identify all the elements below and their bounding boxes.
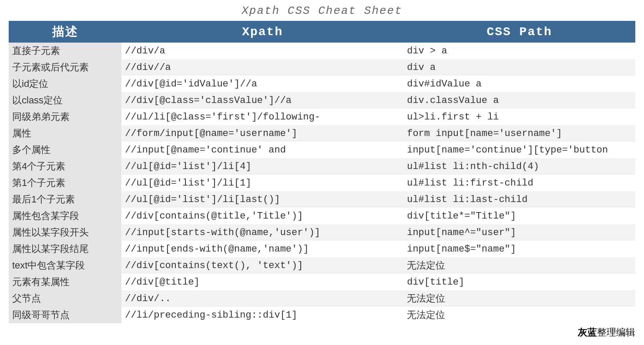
cell-xpath: //input[@name='continue' and [121,142,403,158]
cell-xpath: //div[@id='idValue']//a [121,76,403,92]
cell-xpath: //input[ends-with(@name,'name')] [121,241,403,257]
cell-xpath: //ul/li[@class='first']/following- [121,109,403,125]
cell-desc: 直接子元素 [9,43,121,59]
table-row: 同级哥哥节点//li/preceding-sibling::div[1]无法定位 [9,307,635,323]
cell-desc: 以id定位 [9,76,121,92]
cell-csspath: ul#list li:nth-child(4) [403,158,635,175]
cell-csspath: input[name^="user"] [403,224,635,241]
cell-csspath: ul#list li:last-child [403,191,635,208]
cell-xpath: //li/preceding-sibling::div[1] [121,307,403,323]
cell-csspath: ul>li.first + li [403,109,635,125]
table-row: 元素有某属性//div[@title]div[title] [9,274,635,290]
cell-csspath: input[name$="name"] [403,241,635,257]
footer-author: 灰蓝 [578,327,597,338]
cell-csspath: div.classValue a [403,92,635,109]
cell-csspath: div#idValue a [403,76,635,92]
cell-xpath: //div//a [121,59,403,76]
table-row: 多个属性//input[@name='continue' andinput[na… [9,142,635,158]
cell-csspath: div[title*="Title"] [403,208,635,224]
table-row: 直接子元素//div/adiv > a [9,43,635,59]
cell-csspath: div a [403,59,635,76]
cell-desc: 父节点 [9,290,121,307]
table-row: 属性以某字段开头//input[starts-with(@name,'user'… [9,224,635,241]
header-xpath: Xpath [121,21,403,43]
page-title: Xpath CSS Cheat Sheet [9,4,635,17]
cell-desc: text中包含某字段 [9,257,121,274]
cell-xpath: //ul[@id='list']/li[1] [121,175,403,191]
footer-credit: 灰蓝整理编辑 [9,326,635,339]
cell-desc: 以class定位 [9,92,121,109]
footer-suffix: 整理编辑 [597,327,635,338]
cell-csspath: ul#list li:first-child [403,175,635,191]
table-row: 属性包含某字段//div[contains(@title,'Title')]di… [9,208,635,224]
cell-csspath: 无法定位 [403,257,635,274]
cell-xpath: //ul[@id='list']/li[last()] [121,191,403,208]
cell-xpath: //div/.. [121,290,403,307]
cell-csspath: div[title] [403,274,635,290]
table-row: text中包含某字段//div[contains(text(), 'text')… [9,257,635,274]
table-row: 最后1个子元素//ul[@id='list']/li[last()]ul#lis… [9,191,635,208]
table-row: 父节点//div/..无法定位 [9,290,635,307]
cell-desc: 属性包含某字段 [9,208,121,224]
table-row: 以class定位//div[@class='classValue']//adiv… [9,92,635,109]
cell-desc: 属性以某字段结尾 [9,241,121,257]
cell-desc: 属性以某字段开头 [9,224,121,241]
cheatsheet-table: 描述 Xpath CSS Path 直接子元素//div/adiv > a子元素… [9,21,635,323]
table-row: 以id定位//div[@id='idValue']//adiv#idValue … [9,76,635,92]
table-row: 属性以某字段结尾//input[ends-with(@name,'name')]… [9,241,635,257]
table-row: 第4个子元素//ul[@id='list']/li[4]ul#list li:n… [9,158,635,175]
table-row: 属性//form/input[@name='username']form inp… [9,125,635,142]
cell-csspath: 无法定位 [403,290,635,307]
cell-desc: 第4个子元素 [9,158,121,175]
header-desc: 描述 [9,21,121,43]
header-csspath: CSS Path [403,21,635,43]
cell-desc: 属性 [9,125,121,142]
cell-desc: 子元素或后代元素 [9,59,121,76]
cell-desc: 第1个子元素 [9,175,121,191]
cell-csspath: 无法定位 [403,307,635,323]
cell-xpath: //div[contains(@title,'Title')] [121,208,403,224]
cell-xpath: //div[contains(text(), 'text')] [121,257,403,274]
cell-xpath: //form/input[@name='username'] [121,125,403,142]
table-row: 子元素或后代元素//div//adiv a [9,59,635,76]
cell-desc: 同级弟弟元素 [9,109,121,125]
cell-desc: 最后1个子元素 [9,191,121,208]
cell-csspath: div > a [403,43,635,59]
cell-csspath: input[name='continue'][type='button [403,142,635,158]
cell-desc: 同级哥哥节点 [9,307,121,323]
cell-xpath: //div[@class='classValue']//a [121,92,403,109]
cell-csspath: form input[name='username'] [403,125,635,142]
table-row: 同级弟弟元素//ul/li[@class='first']/following-… [9,109,635,125]
cell-desc: 元素有某属性 [9,274,121,290]
table-row: 第1个子元素//ul[@id='list']/li[1]ul#list li:f… [9,175,635,191]
cell-xpath: //div/a [121,43,403,59]
cell-xpath: //input[starts-with(@name,'user')] [121,224,403,241]
cell-xpath: //div[@title] [121,274,403,290]
cell-xpath: //ul[@id='list']/li[4] [121,158,403,175]
cell-desc: 多个属性 [9,142,121,158]
